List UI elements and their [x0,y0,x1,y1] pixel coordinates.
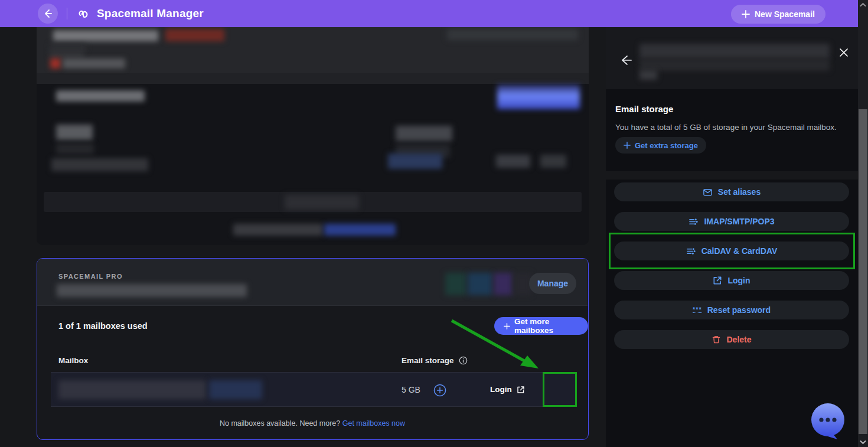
panel-back-icon[interactable] [619,53,633,67]
column-header-mailbox: Mailbox [58,356,88,365]
manage-button[interactable]: Manage [529,273,576,294]
scrollbar-down-icon[interactable] [858,438,868,446]
close-icon[interactable] [838,47,850,58]
storage-header-label: Email storage [402,356,454,365]
redacted-line [496,155,530,168]
row-login-button[interactable]: Login [490,385,525,394]
redacted-mailbox-domain [209,380,262,399]
password-icon: *** [693,307,702,313]
back-button[interactable] [38,4,58,24]
redacted-domain-name [57,284,247,297]
redacted-panel-title [639,44,830,59]
redacted-row-center [285,195,359,210]
row-storage-value: 5 GB [402,385,420,394]
protocol-icon [686,246,696,256]
redacted-line [51,158,148,171]
spacemail-logo-icon [77,8,90,23]
protocol-icon [688,217,699,227]
get-more-mailboxes-button[interactable]: Get more mailboxes [494,317,588,335]
plan-label: SPACEMAIL PRO [58,273,123,280]
plus-icon [624,142,631,149]
envelope-icon [703,187,713,197]
scrollbar-up-icon[interactable] [858,1,868,9]
row-login-label: Login [490,385,512,394]
redacted-chip [494,273,513,295]
login-button[interactable]: Login [614,271,849,290]
info-icon[interactable] [459,356,468,365]
new-spacemail-label: New Spacemail [755,9,815,19]
login-label: Login [727,276,750,285]
get-extra-storage-label: Get extra storage [635,141,698,150]
external-link-icon [517,386,525,394]
delete-button[interactable]: Delete [614,330,849,349]
spacemail-pro-card: SPACEMAIL PRO Manage 1 of 1 mailboxes us… [37,258,589,440]
app-header: Spacemail Manager New Spacemail [0,0,858,27]
panel-header [606,27,858,89]
external-link-icon [713,276,722,285]
plus-icon [504,322,510,330]
imap-smtp-pop3-label: IMAP/SMTP/POP3 [704,217,774,226]
redacted-center-link [324,224,396,236]
redacted-chip [445,273,466,295]
redacted-dot [50,58,61,68]
set-aliases-label: Set aliases [718,187,761,197]
column-header-storage: Email storage [402,356,468,365]
email-storage-title: Email storage [615,104,673,114]
redacted-line [56,143,94,154]
redacted-value [396,126,452,141]
redacted-field-label [56,125,93,140]
redacted-panel-title-2 [639,59,830,71]
mailbox-row[interactable]: 5 GB Login ⋮ [51,372,577,407]
mailbox-detail-panel: Email storage You have a total of 5 GB o… [606,27,858,447]
redacted-line [63,58,125,68]
redacted-line [50,44,86,51]
add-storage-icon[interactable] [433,384,446,397]
redacted-center-text [233,224,323,236]
plus-icon [742,10,750,18]
caldav-carddav-button[interactable]: CalDAV & CardDAV [614,242,849,260]
redacted-line [540,155,566,168]
no-mailboxes-note: No mailboxes available. Need more? Get m… [37,419,588,428]
email-storage-description: You have a total of 5 GB of storage in y… [615,123,837,132]
scrollbar-thumb[interactable] [859,109,867,434]
delete-label: Delete [726,335,751,344]
get-more-mailboxes-label: Get more mailboxes [514,317,579,335]
get-mailboxes-link[interactable]: Get mailboxes now [342,419,405,428]
redacted-panel-title-3 [639,70,657,80]
upper-content-card [37,27,589,245]
caldav-carddav-label: CalDAV & CardDAV [701,246,778,256]
imap-smtp-pop3-button[interactable]: IMAP/SMTP/POP3 [614,212,849,231]
redacted-mailbox-address [58,380,206,399]
chat-widget-button[interactable] [810,403,847,441]
get-extra-storage-button[interactable]: Get extra storage [615,137,706,154]
redacted-label [56,90,145,102]
redacted-header-right [447,29,578,40]
card-subheader-strip [37,73,589,84]
arrow-left-icon [43,8,53,19]
no-mailboxes-text: No mailboxes available. Need more? [220,419,340,428]
reset-password-label: Reset password [707,305,771,315]
mailbox-usage-text: 1 of 1 mailboxes used [58,321,148,331]
redacted-badge [165,29,224,41]
redacted-title [53,30,158,41]
redacted-chip [468,273,492,295]
trash-icon [712,335,721,344]
header-divider [67,8,67,19]
set-aliases-button[interactable]: Set aliases [614,182,849,201]
app-title: Spacemail Manager [97,7,204,20]
new-spacemail-button[interactable]: New Spacemail [731,5,825,24]
pro-card-header: SPACEMAIL PRO Manage [37,259,588,306]
redacted-value-blue [388,154,442,169]
reset-password-button[interactable]: *** Reset password [614,301,849,319]
email-storage-section: Email storage You have a total of 5 GB o… [606,89,858,171]
redacted-primary-button[interactable] [497,84,580,109]
